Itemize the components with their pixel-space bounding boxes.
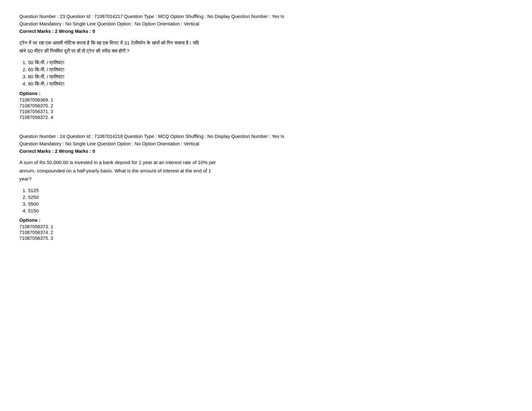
question-23-meta-line2: Question Mandatory : No Single Line Ques… xyxy=(19,20,513,28)
choice-23-1: 1. 50 कि.मी. / प्रतिघंटा xyxy=(23,60,513,65)
option-id-23-1: 71087056369. 1 xyxy=(19,97,513,103)
question-23-text-line2: खंभे 50 मीटर की नियमित दूरी पर हों तो ट्… xyxy=(19,47,513,55)
choice-23-3: 3. 80 कि.मी. / प्रतिघंटा xyxy=(23,74,513,80)
choice-24-1: 1. 5125 xyxy=(23,188,513,193)
option-id-23-2: 71087056370. 2 xyxy=(19,103,513,108)
question-block-24: Question Number : 24 Question Id : 71087… xyxy=(19,133,513,241)
question-23-choices: 1. 50 कि.मी. / प्रतिघंटा 2. 60 कि.मी. / … xyxy=(23,60,513,87)
question-23-options-label: Options : xyxy=(19,91,513,96)
question-24-text-line1: A sum of Rs.50,000.00 is invested in a b… xyxy=(19,158,513,167)
question-24-text-line3: year? xyxy=(19,175,513,183)
choice-23-2: 2. 60 कि.मी. / प्रतिघंटा xyxy=(23,67,513,73)
question-24-meta-line1: Question Number : 24 Question Id : 71087… xyxy=(19,133,513,140)
question-24-text-line2: annum, compounded on a half-yearly basis… xyxy=(19,167,513,175)
question-23-marks: Correct Marks : 2 Wrong Marks : 0 xyxy=(19,28,513,35)
question-24-meta-line2: Question Mandatory : No Single Line Ques… xyxy=(19,140,513,148)
question-23-option-ids: 71087056369. 1 71087056370. 2 7108705637… xyxy=(19,97,513,120)
choice-24-2: 2. 5250 xyxy=(23,194,513,200)
question-24-marks: Correct Marks : 2 Wrong Marks : 0 xyxy=(19,148,513,155)
question-23-meta: Question Number : 23 Question Id : 71087… xyxy=(19,13,513,35)
question-24-options-label: Options : xyxy=(19,217,513,223)
question-24-choices: 1. 5125 2. 5250 3. 5500 4. 5150 xyxy=(23,188,513,213)
choice-24-4: 4. 5150 xyxy=(23,208,513,213)
question-24-option-ids: 71087056373. 1 71087056374. 2 7108705637… xyxy=(19,224,513,241)
question-23-meta-line1: Question Number : 23 Question Id : 71087… xyxy=(19,13,513,20)
question-23-text-line1: ट्रेन में जा रहा एक आदमी नोटिस करता है क… xyxy=(19,39,513,47)
question-24-meta: Question Number : 24 Question Id : 71087… xyxy=(19,133,513,155)
question-23-text: ट्रेन में जा रहा एक आदमी नोटिस करता है क… xyxy=(19,39,513,55)
option-id-24-3: 71087056375. 3 xyxy=(19,236,513,241)
option-id-23-3: 71087056371. 3 xyxy=(19,109,513,114)
choice-24-3: 3. 5500 xyxy=(23,201,513,207)
option-id-24-1: 71087056373. 1 xyxy=(19,224,513,229)
choice-23-4: 4. 90 कि.मी. / प्रतिघंटा xyxy=(23,81,513,87)
option-id-23-4: 71087056372. 4 xyxy=(19,115,513,120)
question-24-text: A sum of Rs.50,000.00 is invested in a b… xyxy=(19,158,513,183)
question-block-23: Question Number : 23 Question Id : 71087… xyxy=(19,13,513,120)
option-id-24-2: 71087056374. 2 xyxy=(19,230,513,235)
